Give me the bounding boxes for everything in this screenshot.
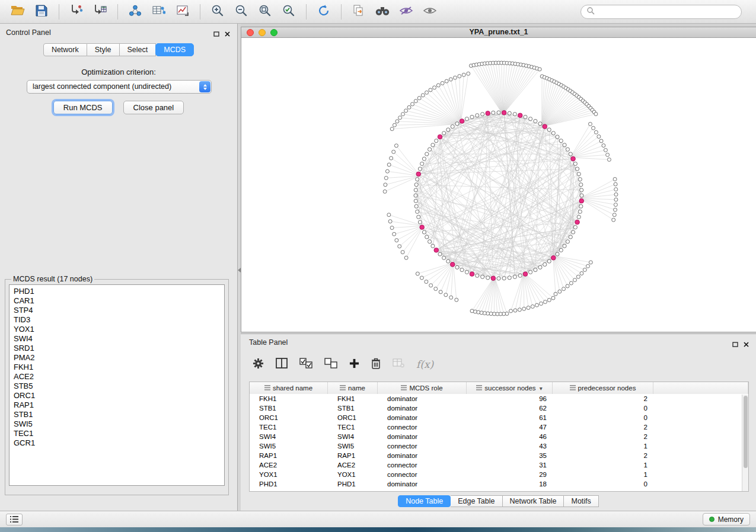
table-row[interactable]: YOX1YOX1connector291	[250, 470, 748, 479]
mcds-result-item[interactable]: PMA2	[9, 353, 224, 363]
network-window-title: YPA_prune.txt_1	[469, 28, 528, 36]
tab-select[interactable]: Select	[120, 43, 157, 56]
gear-icon	[253, 358, 264, 371]
table-row[interactable]: ACE2ACE2connector311	[250, 460, 748, 470]
save-session-button[interactable]	[30, 2, 53, 21]
hide-selected-button[interactable]	[394, 2, 418, 21]
save-icon	[36, 5, 47, 19]
scrollbar-thumb[interactable]	[744, 396, 748, 468]
close-panel-button[interactable]: Close panel	[123, 101, 184, 114]
zoom-in-button[interactable]	[206, 2, 229, 21]
mcds-result-item[interactable]: ACE2	[9, 372, 224, 382]
mcds-result-item[interactable]: STB1	[9, 410, 224, 419]
new-network-button[interactable]	[123, 2, 147, 21]
main-toolbar	[0, 0, 756, 24]
mcds-result-item[interactable]: RAP1	[9, 400, 224, 410]
task-history-button[interactable]	[6, 514, 23, 525]
deselect-all-rows-button[interactable]	[324, 358, 337, 371]
minimize-window-icon[interactable]	[259, 29, 266, 36]
mcds-result-item[interactable]: SWI4	[9, 334, 224, 344]
close-panel-icon[interactable]	[744, 339, 749, 350]
column-header-name[interactable]: name	[328, 382, 378, 394]
tab-node-table[interactable]: Node Table	[398, 495, 451, 507]
float-window-icon[interactable]	[732, 339, 738, 350]
tab-style[interactable]: Style	[87, 43, 120, 56]
optimization-criterion-select[interactable]: largest connected component (undirected)	[27, 80, 212, 94]
apply-layout-button[interactable]	[312, 2, 336, 21]
column-header-predecessor-nodes[interactable]: predecessor nodes	[553, 382, 653, 394]
show-all-button[interactable]	[418, 2, 442, 21]
control-panel-tabs: NetworkStyleSelectMCDS	[0, 43, 237, 56]
delete-column-button[interactable]	[371, 358, 381, 371]
mcds-result-item[interactable]: SWI5	[9, 419, 224, 429]
table-row[interactable]: TEC1TEC1connector472	[250, 422, 748, 432]
function-builder-button[interactable]: f(x)	[416, 358, 433, 370]
tab-mcds[interactable]: MCDS	[155, 43, 194, 56]
zoom-out-icon	[235, 4, 248, 20]
copy-share-button[interactable]	[347, 2, 371, 21]
memory-label: Memory	[718, 515, 744, 524]
zoom-selected-button[interactable]	[277, 2, 301, 21]
open-session-button[interactable]	[6, 2, 30, 21]
table-row[interactable]: FKH1FKH1dominator962	[250, 394, 748, 403]
mcds-result-title: MCDS result (17 nodes)	[11, 275, 94, 283]
mcds-result-item[interactable]: STP4	[9, 306, 224, 315]
close-window-icon[interactable]	[247, 29, 254, 36]
show-columns-button[interactable]	[276, 358, 288, 371]
tab-network[interactable]: Network	[43, 43, 87, 56]
new-table-button[interactable]	[147, 2, 171, 21]
tab-network-table[interactable]: Network Table	[503, 495, 564, 507]
select-all-rows-button[interactable]	[299, 358, 312, 371]
memory-status-icon	[709, 517, 714, 522]
table-row[interactable]: PHD1PHD1dominator180	[250, 479, 748, 489]
mcds-result-item[interactable]: SRD1	[9, 344, 224, 353]
network-canvas[interactable]	[241, 38, 756, 332]
mcds-result-item[interactable]: TEC1	[9, 429, 224, 438]
node-table-header: shared namenameMCDS rolesuccessor nodes▾…	[250, 382, 748, 394]
copy-document-icon	[353, 4, 365, 20]
network-window-titlebar[interactable]: YPA_prune.txt_1	[241, 27, 756, 38]
close-panel-icon[interactable]	[225, 28, 230, 39]
search-input[interactable]	[598, 8, 736, 16]
node-table: shared namenameMCDS rolesuccessor nodes▾…	[249, 382, 749, 492]
mcds-result-item[interactable]: ORC1	[9, 391, 224, 400]
tab-motifs[interactable]: Motifs	[564, 495, 598, 507]
column-header-MCDS-role[interactable]: MCDS role	[378, 382, 467, 394]
import-network-button[interactable]	[65, 2, 88, 21]
zoom-fit-icon	[259, 4, 272, 20]
float-window-icon[interactable]	[213, 28, 219, 39]
mcds-result-item[interactable]: FKH1	[9, 363, 224, 372]
table-scrollbar[interactable]	[742, 395, 748, 491]
table-row[interactable]: SWI5SWI5connector431	[250, 441, 748, 451]
mcds-result-item[interactable]: GCR1	[9, 438, 224, 448]
mcds-result-item[interactable]: CAR1	[9, 296, 224, 306]
network-view-window: YPA_prune.txt_1	[241, 27, 756, 332]
network-graph[interactable]	[241, 38, 756, 332]
table-panel-tabs: Node TableEdge TableNetwork TableMotifs	[241, 495, 756, 507]
zoom-out-button[interactable]	[229, 2, 253, 21]
mcds-result-item[interactable]: TID3	[9, 315, 224, 325]
maximize-window-icon[interactable]	[270, 29, 277, 36]
table-row[interactable]: SWI4SWI4dominator462	[250, 432, 748, 441]
search-box	[580, 5, 742, 19]
tab-edge-table[interactable]: Edge Table	[451, 495, 502, 507]
column-header-shared-name[interactable]: shared name	[250, 382, 328, 394]
table-settings-button[interactable]	[253, 358, 264, 371]
table-row[interactable]: RAP1RAP1dominator352	[250, 451, 748, 460]
mcds-result-group: MCDS result (17 nodes) PHD1CAR1STP4TID3Y…	[5, 275, 229, 495]
find-network-button[interactable]	[371, 2, 394, 21]
mcds-result-item[interactable]: YOX1	[9, 325, 224, 334]
create-column-button[interactable]	[349, 358, 359, 371]
column-header-successor-nodes[interactable]: successor nodes▾	[467, 382, 553, 394]
mcds-result-item[interactable]: PHD1	[9, 287, 224, 296]
table-row[interactable]: STB1STB1dominator620	[250, 403, 748, 413]
import-table-button[interactable]	[88, 2, 112, 21]
mcds-result-item[interactable]: STB5	[9, 382, 224, 391]
zoom-fit-button[interactable]	[253, 2, 277, 21]
run-mcds-button[interactable]: Run MCDS	[53, 101, 113, 114]
network-icon	[129, 5, 142, 19]
memory-button[interactable]: Memory	[703, 513, 750, 525]
export-image-button[interactable]	[171, 2, 194, 21]
control-panel-title: Control Panel	[6, 28, 51, 37]
table-row[interactable]: ORC1ORC1dominator610	[250, 413, 748, 422]
